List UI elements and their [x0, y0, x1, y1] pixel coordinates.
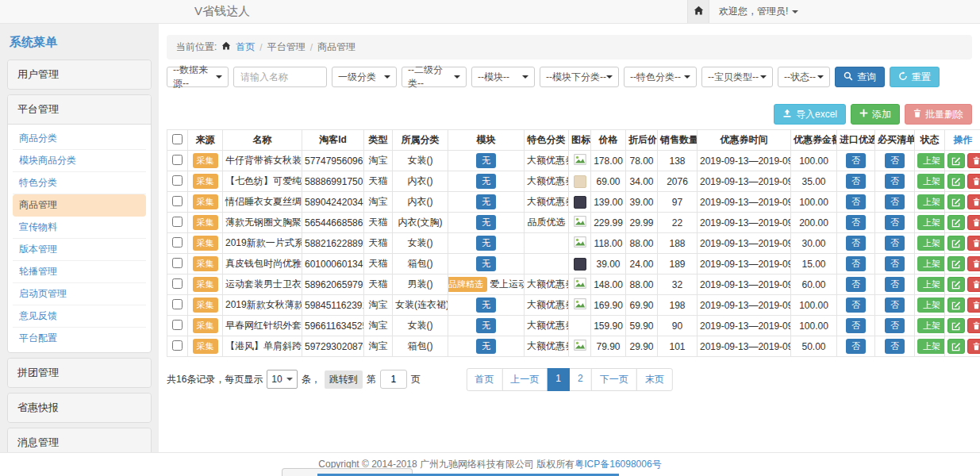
- page-button-1[interactable]: 1: [547, 368, 570, 391]
- module-badge[interactable]: 无: [476, 236, 496, 251]
- jump-to-button[interactable]: 跳转到: [325, 370, 363, 389]
- row-checkbox[interactable]: [172, 175, 183, 186]
- sidebar-item[interactable]: 版本管理: [13, 239, 146, 261]
- module-subcategory-select[interactable]: --模块下分类--: [540, 67, 619, 87]
- status-button[interactable]: 上架: [917, 298, 945, 313]
- page-button-上一页[interactable]: 上一页: [502, 368, 548, 391]
- home-button[interactable]: [687, 0, 709, 23]
- edit-button[interactable]: [947, 339, 965, 354]
- delete-button[interactable]: [967, 298, 980, 313]
- delete-button[interactable]: [967, 256, 980, 271]
- must-buy-toggle[interactable]: 否: [885, 236, 905, 251]
- delete-button[interactable]: [967, 339, 980, 354]
- page-number-input[interactable]: [380, 370, 407, 389]
- sidebar-item[interactable]: 平台配置: [13, 328, 146, 349]
- must-buy-toggle[interactable]: 否: [885, 298, 905, 313]
- bulk-delete-button[interactable]: 批量删除: [905, 104, 972, 125]
- row-checkbox[interactable]: [172, 237, 183, 248]
- level1-category-select[interactable]: 一级分类: [332, 67, 397, 87]
- page-button-2[interactable]: 2: [569, 368, 592, 391]
- edit-button[interactable]: [947, 215, 965, 230]
- row-checkbox[interactable]: [172, 196, 183, 206]
- user-menu[interactable]: 欢迎您，管理员!: [719, 5, 798, 18]
- module-badge[interactable]: 无: [476, 215, 496, 230]
- status-button[interactable]: 上架: [917, 174, 945, 189]
- sidebar-item[interactable]: 商品管理: [13, 194, 146, 217]
- row-checkbox[interactable]: [172, 299, 183, 309]
- module-select[interactable]: --模块--: [471, 67, 535, 87]
- edit-button[interactable]: [947, 298, 965, 313]
- per-page-select[interactable]: 10: [267, 370, 297, 389]
- import-optimal-toggle[interactable]: 否: [846, 277, 866, 292]
- import-optimal-toggle[interactable]: 否: [846, 236, 866, 251]
- item-type-select[interactable]: --宝贝类型--: [701, 67, 773, 87]
- import-optimal-toggle[interactable]: 否: [846, 215, 866, 230]
- must-buy-toggle[interactable]: 否: [885, 277, 905, 292]
- edit-button[interactable]: [947, 256, 965, 271]
- page-button-首页[interactable]: 首页: [466, 368, 502, 391]
- delete-button[interactable]: [967, 277, 980, 292]
- module-badge[interactable]: 无: [476, 256, 496, 271]
- status-button[interactable]: 上架: [917, 236, 945, 251]
- name-input[interactable]: [233, 67, 327, 87]
- edit-button[interactable]: [947, 236, 965, 251]
- must-buy-toggle[interactable]: 否: [885, 339, 905, 354]
- import-optimal-toggle[interactable]: 否: [846, 194, 866, 209]
- must-buy-toggle[interactable]: 否: [885, 215, 905, 230]
- module-badge[interactable]: 无: [476, 339, 496, 354]
- status-button[interactable]: 上架: [917, 339, 945, 354]
- status-select[interactable]: --状态--: [778, 67, 830, 87]
- status-button[interactable]: 上架: [917, 194, 945, 209]
- select-all-checkbox[interactable]: [172, 134, 183, 144]
- delete-button[interactable]: [967, 194, 980, 209]
- sidebar-item[interactable]: 轮播管理: [13, 261, 146, 283]
- module-badge[interactable]: 无: [476, 194, 496, 209]
- status-button[interactable]: 上架: [917, 153, 945, 168]
- add-button[interactable]: 添加: [851, 104, 900, 125]
- import-optimal-toggle[interactable]: 否: [846, 318, 866, 333]
- sidebar-section-2[interactable]: 拼团管理: [8, 359, 151, 387]
- edit-button[interactable]: [947, 153, 965, 168]
- must-buy-toggle[interactable]: 否: [885, 153, 905, 168]
- breadcrumb-item[interactable]: 平台管理: [267, 40, 306, 54]
- module-badge[interactable]: 无: [476, 298, 496, 313]
- page-button-下一页[interactable]: 下一页: [591, 368, 637, 391]
- import-optimal-toggle[interactable]: 否: [846, 339, 866, 354]
- status-button[interactable]: 上架: [917, 215, 945, 230]
- reset-button[interactable]: 重置: [890, 67, 940, 87]
- icp-link[interactable]: 粤ICP备16098006号: [575, 458, 661, 471]
- row-checkbox[interactable]: [172, 258, 183, 268]
- delete-button[interactable]: [967, 318, 980, 333]
- edit-button[interactable]: [947, 318, 965, 333]
- must-buy-toggle[interactable]: 否: [885, 174, 905, 189]
- row-checkbox[interactable]: [172, 155, 183, 165]
- level2-category-select[interactable]: --二级分类--: [402, 67, 467, 87]
- row-checkbox[interactable]: [172, 340, 183, 351]
- delete-button[interactable]: [967, 174, 980, 189]
- sidebar-item[interactable]: 商品分类: [13, 128, 146, 150]
- status-button[interactable]: 上架: [917, 277, 945, 292]
- delete-button[interactable]: [967, 153, 980, 168]
- page-button-末页[interactable]: 末页: [636, 368, 673, 391]
- delete-button[interactable]: [967, 215, 980, 230]
- breadcrumb-home-link[interactable]: 首页: [236, 40, 255, 54]
- delete-button[interactable]: [967, 236, 980, 251]
- sidebar-item[interactable]: 模块商品分类: [13, 150, 146, 172]
- import-optimal-toggle[interactable]: 否: [846, 298, 866, 313]
- import-optimal-toggle[interactable]: 否: [846, 174, 866, 189]
- module-badge[interactable]: 品牌精选: [448, 277, 488, 292]
- module-badge[interactable]: 无: [476, 318, 496, 333]
- search-button[interactable]: 查询: [835, 67, 885, 87]
- import-optimal-toggle[interactable]: 否: [846, 256, 866, 271]
- sidebar-item[interactable]: 宣传物料: [13, 217, 146, 239]
- sidebar-section-0[interactable]: 用户管理: [8, 60, 151, 89]
- feature-category-select[interactable]: --特色分类--: [624, 67, 697, 87]
- sidebar-section-1[interactable]: 平台管理: [8, 95, 151, 125]
- module-badge[interactable]: 无: [476, 153, 496, 168]
- sidebar-section-4[interactable]: 消息管理: [8, 428, 151, 452]
- data-source-select[interactable]: --数据来源--: [167, 67, 229, 87]
- status-button[interactable]: 上架: [917, 256, 945, 271]
- must-buy-toggle[interactable]: 否: [885, 318, 905, 333]
- sidebar-item[interactable]: 启动页管理: [13, 283, 146, 305]
- edit-button[interactable]: [947, 194, 965, 209]
